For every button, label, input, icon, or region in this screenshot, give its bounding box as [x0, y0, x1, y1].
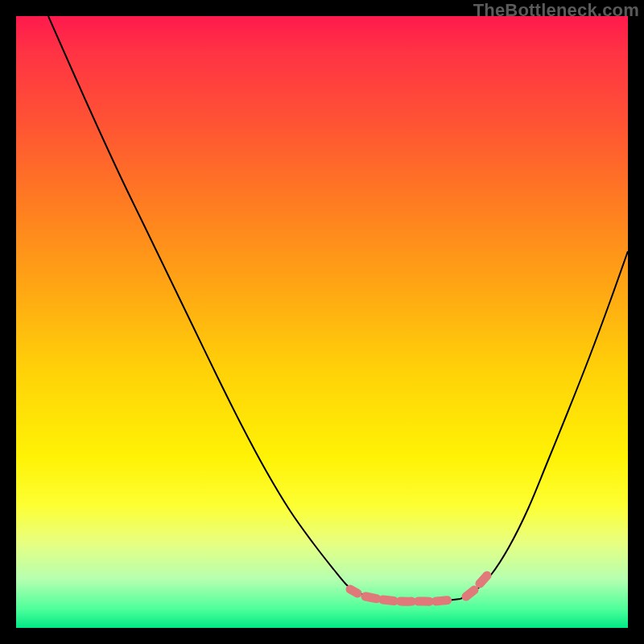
- curve-left: [48, 16, 354, 591]
- dotted-marker-right-a: [466, 590, 474, 597]
- plot-area: [16, 16, 628, 628]
- dotted-marker-main: [365, 597, 452, 601]
- watermark-text: TheBottleneck.com: [473, 0, 639, 21]
- curve-right: [460, 251, 628, 599]
- dotted-marker-right-b: [480, 576, 487, 584]
- dotted-marker-left: [350, 589, 357, 593]
- chart-svg: [16, 16, 628, 628]
